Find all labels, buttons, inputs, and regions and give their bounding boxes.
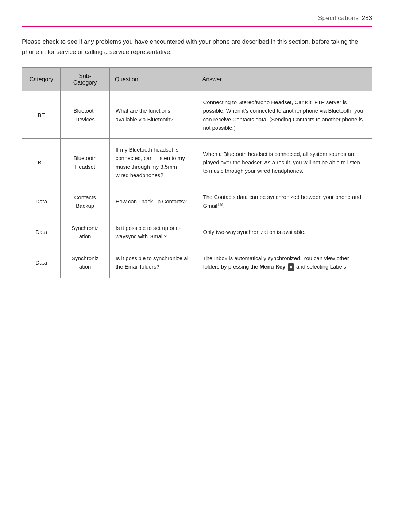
col-header-subcategory: Sub-Category (61, 68, 109, 91)
cell-category-2: BT (22, 139, 61, 186)
cell-answer-3: The Contacts data can be synchronized be… (197, 186, 372, 217)
cell-answer-4: Only two-way synchronization is availabl… (197, 217, 372, 247)
cell-category-5: Data (22, 247, 61, 278)
cell-question-3: How can I back up Contacts? (109, 186, 197, 217)
cell-subcategory-4: Synchronization (61, 217, 109, 247)
page: Specifications 283 Please check to see i… (0, 0, 394, 532)
cell-question-2: If my Bluetooth headset is connected, ca… (109, 139, 197, 186)
cell-category-4: Data (22, 217, 61, 247)
col-header-answer: Answer (197, 68, 372, 91)
intro-paragraph: Please check to see if any problems you … (22, 37, 372, 57)
cell-subcategory-3: ContactsBackup (61, 186, 109, 217)
cell-answer-2: When a Bluetooth headset is connected, a… (197, 139, 372, 186)
menu-key-icon: ■ (288, 263, 294, 271)
cell-subcategory-2: BluetoothHeadset (61, 139, 109, 186)
header-title: Specifications (318, 15, 359, 22)
cell-question-4: Is it possible to set up one- waysync wi… (109, 217, 197, 247)
table-row: BT BluetoothHeadset If my Bluetooth head… (22, 139, 372, 186)
header-page-number: 283 (362, 15, 372, 22)
col-header-question: Question (109, 68, 197, 91)
table-row: BT BluetoothDevices What are the functio… (22, 91, 372, 139)
page-header: Specifications 283 (22, 15, 372, 22)
table-header-row: Category Sub-Category Question Answer (22, 68, 372, 91)
specifications-table: Category Sub-Category Question Answer BT… (22, 67, 372, 278)
table-row: Data Synchronization Is it possible to s… (22, 247, 372, 278)
table-row: Data ContactsBackup How can I back up Co… (22, 186, 372, 217)
cell-subcategory-5: Synchronization (61, 247, 109, 278)
cell-subcategory-1: BluetoothDevices (61, 91, 109, 139)
cell-answer-5: The Inbox is automatically synchronized.… (197, 247, 372, 278)
table-row: Data Synchronization Is it possible to s… (22, 217, 372, 247)
cell-category-1: BT (22, 91, 61, 139)
menu-key-label: Menu Key (260, 263, 286, 270)
header-divider (22, 26, 372, 27)
cell-question-5: Is it possible to synchronize all the Em… (109, 247, 197, 278)
col-header-category: Category (22, 68, 61, 91)
cell-category-3: Data (22, 186, 61, 217)
cell-question-1: What are the functions available via Blu… (109, 91, 197, 139)
cell-answer-1: Connecting to Stereo/Mono Headset, Car K… (197, 91, 372, 139)
